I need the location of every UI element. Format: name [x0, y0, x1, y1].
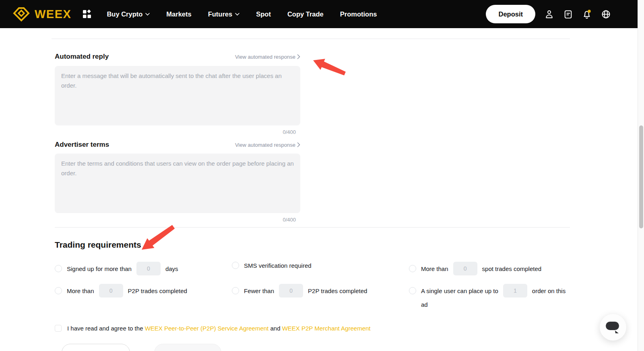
annotation-arrow-trading-requirements: [137, 223, 181, 255]
req-label: P2P trades completed: [308, 287, 367, 294]
nav-item-futures[interactable]: Futures: [208, 10, 240, 18]
req-signed-up-days: Signed up for more than days: [55, 262, 178, 275]
nav-label: Copy Trade: [287, 10, 324, 18]
link-label: View automated response: [235, 142, 295, 148]
nav-item-copy-trade[interactable]: Copy Trade: [287, 10, 324, 18]
support-chat-button[interactable]: [600, 314, 626, 341]
trading-requirements-title: Trading requirements: [55, 240, 141, 250]
scrollbar-track[interactable]: [638, 0, 644, 351]
agreement-prefix: I have read and agree to the: [67, 325, 143, 332]
nav-label: Futures: [208, 10, 233, 18]
req-single-user-orders: A single user can place up to order on t…: [409, 284, 566, 308]
p2p-service-agreement-link[interactable]: WEEX Peer-to-Peer (P2P) Service Agreemen…: [145, 325, 269, 332]
nav-right-controls: Deposit: [486, 5, 611, 23]
nav-item-promotions[interactable]: Promotions: [340, 10, 377, 18]
req-fewer-p2p-trades: Fewer than P2P trades completed: [232, 284, 367, 298]
nav-item-buy-crypto[interactable]: Buy Crypto: [107, 10, 150, 18]
annotation-arrow-automated-response: [303, 51, 351, 80]
signed-up-days-input[interactable]: [136, 262, 161, 275]
chevron-down-icon: [145, 13, 150, 16]
advertiser-terms-textarea[interactable]: [55, 154, 300, 213]
radio-single-user-orders[interactable]: [409, 287, 416, 294]
req-text-block: A single user can place up to order on t…: [421, 284, 566, 308]
fewer-p2p-trades-input[interactable]: [279, 284, 303, 298]
nav-label: Promotions: [340, 10, 377, 18]
view-automated-response-link[interactable]: View automated response: [235, 142, 300, 148]
nav-label: Markets: [166, 10, 191, 18]
more-p2p-trades-input[interactable]: [99, 284, 123, 298]
req-label: Fewer than: [244, 287, 274, 294]
apps-grid-icon[interactable]: [83, 10, 91, 18]
nav-label: Spot: [256, 10, 271, 18]
req-label: More than: [421, 265, 448, 272]
req-label: order on this: [532, 287, 566, 294]
radio-fewer-p2p-trades[interactable]: [232, 287, 239, 294]
radio-sms-verification[interactable]: [232, 262, 239, 269]
chevron-down-icon: [235, 13, 239, 16]
advertiser-terms-counter: 0/400: [55, 217, 296, 223]
single-user-orders-input[interactable]: [503, 284, 527, 298]
brand-name: WEEX: [35, 8, 71, 21]
weex-logo[interactable]: WEEX: [12, 6, 71, 23]
agreement-conjunction: and: [270, 325, 280, 332]
top-nav: WEEX Buy Crypto Markets Futures Spot Cop…: [0, 0, 638, 28]
chevron-right-icon: [297, 142, 300, 147]
radio-more-p2p-trades[interactable]: [55, 287, 62, 294]
p2p-merchant-agreement-link[interactable]: WEEX P2P Merchant Agreement: [282, 325, 371, 332]
automated-reply-header: Automated reply View automated response: [55, 53, 300, 61]
view-automated-response-link[interactable]: View automated response: [235, 54, 300, 60]
req-label: days: [165, 265, 178, 272]
nav-item-spot[interactable]: Spot: [256, 10, 271, 18]
user-profile-icon[interactable]: [544, 9, 554, 19]
req-label: P2P trades completed: [128, 287, 187, 294]
section-divider: [55, 227, 570, 228]
req-label: ad: [421, 301, 566, 308]
radio-spot-trades[interactable]: [409, 265, 416, 272]
weex-diamond-icon: [12, 6, 31, 23]
req-label: spot trades completed: [482, 265, 542, 272]
nav-label: Buy Crypto: [107, 10, 142, 18]
req-spot-trades: More than spot trades completed: [409, 262, 541, 275]
deposit-button[interactable]: Deposit: [486, 5, 535, 23]
orders-document-icon[interactable]: [563, 9, 573, 19]
agreement-row: I have read and agree to the WEEX Peer-t…: [55, 325, 371, 332]
advertiser-terms-header: Advertiser terms View automated response: [55, 141, 300, 149]
agreement-text: I have read and agree to the WEEX Peer-t…: [67, 325, 371, 332]
page: WEEX Buy Crypto Markets Futures Spot Cop…: [0, 0, 644, 351]
spot-trades-input[interactable]: [453, 262, 477, 275]
automated-reply-textarea[interactable]: [55, 66, 300, 125]
chevron-right-icon: [297, 54, 300, 59]
automated-reply-title: Automated reply: [55, 53, 109, 61]
previous-step-button[interactable]: [62, 344, 130, 351]
advertiser-terms-title: Advertiser terms: [55, 141, 109, 149]
radio-signed-up-days[interactable]: [55, 265, 62, 272]
section-divider: [52, 39, 570, 39]
req-more-p2p-trades: More than P2P trades completed: [55, 284, 187, 298]
scrollbar-thumb[interactable]: [639, 125, 643, 228]
req-label: SMS verification required: [244, 262, 312, 269]
req-label: Signed up for more than: [67, 265, 132, 272]
chat-bubble-icon: [605, 320, 621, 335]
nav-item-markets[interactable]: Markets: [166, 10, 191, 18]
main-menu: Buy Crypto Markets Futures Spot Copy Tra…: [107, 10, 377, 18]
req-sms-verification: SMS verification required: [232, 262, 312, 269]
submit-button[interactable]: [154, 344, 221, 351]
automated-reply-counter: 0/400: [55, 129, 296, 135]
req-label: A single user can place up to: [421, 287, 498, 294]
agreement-checkbox[interactable]: [55, 325, 62, 332]
req-label: More than: [67, 287, 94, 294]
notifications-bell-icon[interactable]: [582, 9, 592, 19]
link-label: View automated response: [235, 54, 295, 60]
language-globe-icon[interactable]: [601, 9, 611, 19]
